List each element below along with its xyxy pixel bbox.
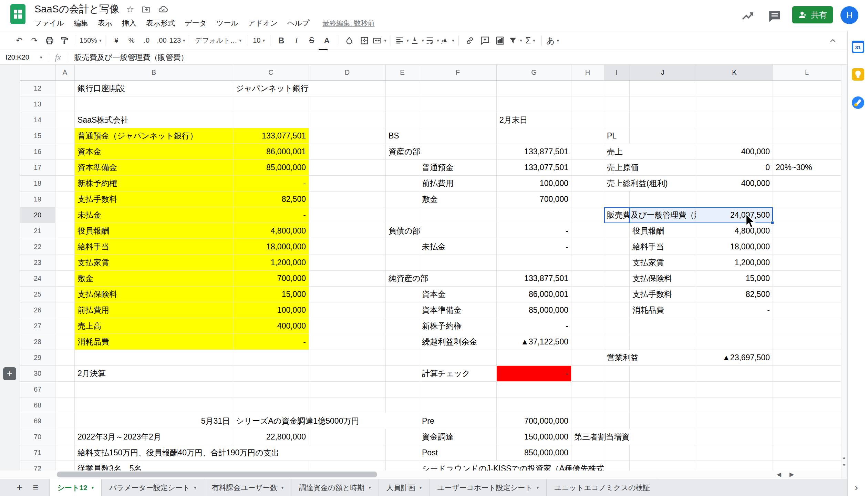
cell-K21[interactable]: 4,800,000 xyxy=(696,223,773,239)
cell-I16[interactable]: 売上 xyxy=(604,144,696,160)
row-header-26[interactable]: 26 xyxy=(20,302,55,318)
cell-E70[interactable] xyxy=(386,429,419,445)
cell-G71[interactable]: 850,000,000 xyxy=(497,445,571,461)
vertical-align-button[interactable]: ▾ xyxy=(410,33,425,48)
row-header-21[interactable]: 21 xyxy=(20,223,55,239)
collapse-toolbar-button[interactable] xyxy=(825,34,840,47)
cell-J23[interactable]: 支払家賃 xyxy=(630,255,696,271)
cell-B30[interactable]: 2月決算 xyxy=(75,366,233,382)
cell-J12[interactable] xyxy=(630,81,696,96)
expand-hidden-rows-button[interactable]: + xyxy=(3,367,16,380)
cell-E13[interactable] xyxy=(386,96,419,112)
cell-H30[interactable] xyxy=(571,366,604,382)
cell-C21[interactable]: 4,800,000 xyxy=(233,223,309,239)
row-header-69[interactable]: 69 xyxy=(20,413,55,429)
cell-H26[interactable] xyxy=(571,302,604,318)
cell-A19[interactable] xyxy=(55,192,75,207)
cell-D19[interactable] xyxy=(309,192,386,207)
cell-H18[interactable] xyxy=(571,176,604,192)
cell-I20[interactable]: 販売費及び一般管理費（販管費） xyxy=(604,207,696,223)
cell-I68[interactable] xyxy=(604,397,630,413)
sheet-tab-menu-icon[interactable]: ▾ xyxy=(537,485,539,490)
cell-I23[interactable] xyxy=(604,255,630,271)
row-header-28[interactable]: 28 xyxy=(20,334,55,350)
cell-K22[interactable]: 18,000,000 xyxy=(696,239,773,255)
cell-C13[interactable] xyxy=(233,96,309,112)
print-button[interactable] xyxy=(42,33,57,48)
cell-L68[interactable] xyxy=(773,397,841,413)
cell-E20[interactable] xyxy=(386,207,419,223)
cell-G23[interactable] xyxy=(497,255,571,271)
cell-L22[interactable] xyxy=(773,239,841,255)
cell-A17[interactable] xyxy=(55,160,75,176)
cell-B15[interactable]: 普通預金（ジャパンネット銀行） xyxy=(75,128,233,144)
cell-A67[interactable] xyxy=(55,382,75,397)
cell-C69[interactable]: シリーズAの資金調達1億5000万円 xyxy=(233,413,419,429)
cell-A28[interactable] xyxy=(55,334,75,350)
cell-G17[interactable]: 133,077,501 xyxy=(497,160,571,176)
move-to-folder-icon[interactable] xyxy=(141,4,151,14)
cell-B69[interactable]: 5月31日 xyxy=(75,413,233,429)
cell-D28[interactable] xyxy=(309,334,386,350)
cell-L28[interactable] xyxy=(773,334,841,350)
cell-H16[interactable] xyxy=(571,144,604,160)
cell-E26[interactable] xyxy=(386,302,419,318)
format-currency-button[interactable]: ¥ xyxy=(109,33,124,48)
row-header-72[interactable]: 72 xyxy=(20,461,55,471)
cell-J26[interactable]: 消耗品費 xyxy=(630,302,696,318)
cell-J27[interactable] xyxy=(630,318,696,334)
borders-button[interactable] xyxy=(357,33,372,48)
cell-D30[interactable] xyxy=(309,366,386,382)
format-percent-button[interactable]: % xyxy=(124,33,139,48)
cell-E25[interactable] xyxy=(386,287,419,302)
cell-G68[interactable] xyxy=(497,397,571,413)
cell-K72[interactable] xyxy=(696,461,773,471)
cell-D13[interactable] xyxy=(309,96,386,112)
scroll-down-arrow[interactable]: ▼ xyxy=(842,463,846,467)
cell-G12[interactable] xyxy=(497,81,571,96)
undo-button[interactable]: ↶ xyxy=(12,33,27,48)
cell-D16[interactable] xyxy=(309,144,386,160)
cell-D27[interactable] xyxy=(309,318,386,334)
menu-item-format[interactable]: 表示形式 xyxy=(141,17,180,29)
cell-H25[interactable] xyxy=(571,287,604,302)
cell-G70[interactable]: 150,000,000 xyxy=(497,429,571,445)
sheet-tab-menu-icon[interactable]: ▾ xyxy=(92,485,94,490)
cell-L13[interactable] xyxy=(773,96,841,112)
cell-E19[interactable] xyxy=(386,192,419,207)
document-title[interactable]: SaaSの会計と写像 xyxy=(34,2,119,16)
keep-icon[interactable] xyxy=(852,68,864,81)
cell-A12[interactable] xyxy=(55,81,75,96)
side-panel-collapse-icon[interactable]: › xyxy=(855,482,858,493)
cell-J24[interactable]: 支払保険料 xyxy=(630,271,696,287)
cell-C70[interactable]: 22,800,000 xyxy=(233,429,309,445)
cell-C23[interactable]: 1,200,000 xyxy=(233,255,309,271)
cell-F18[interactable]: 前払費用 xyxy=(419,176,497,192)
cell-C27[interactable]: 400,000 xyxy=(233,318,309,334)
cell-C28[interactable]: - xyxy=(233,334,309,350)
cell-I72[interactable] xyxy=(604,461,630,471)
cell-B28[interactable]: 消耗品費 xyxy=(75,334,233,350)
cell-E22[interactable] xyxy=(386,239,419,255)
cell-L23[interactable] xyxy=(773,255,841,271)
cell-I12[interactable] xyxy=(604,81,630,96)
row-header-23[interactable]: 23 xyxy=(20,255,55,271)
text-rotation-button[interactable]: ▾ xyxy=(440,33,455,48)
cell-E23[interactable] xyxy=(386,255,419,271)
cell-F69[interactable]: Pre xyxy=(419,413,497,429)
cell-A70[interactable] xyxy=(55,429,75,445)
menu-item-view[interactable]: 表示 xyxy=(93,17,117,29)
fill-handle[interactable] xyxy=(771,221,774,225)
star-icon[interactable]: ☆ xyxy=(126,4,134,15)
filter-button[interactable]: ▾ xyxy=(508,33,523,48)
sheet-tab-2[interactable]: 有料課金ユーザー数▾ xyxy=(204,479,292,496)
cell-I19[interactable] xyxy=(604,192,630,207)
cell-F71[interactable]: Post xyxy=(419,445,497,461)
row-header-16[interactable]: 16 xyxy=(20,144,55,160)
input-tools-button[interactable]: あ▾ xyxy=(545,33,560,48)
cell-D70[interactable] xyxy=(309,429,386,445)
insert-chart-button[interactable] xyxy=(493,33,508,48)
cell-G30[interactable]: - xyxy=(497,366,571,382)
font-select[interactable]: デフォルト…▾ xyxy=(193,33,244,48)
cell-D26[interactable] xyxy=(309,302,386,318)
